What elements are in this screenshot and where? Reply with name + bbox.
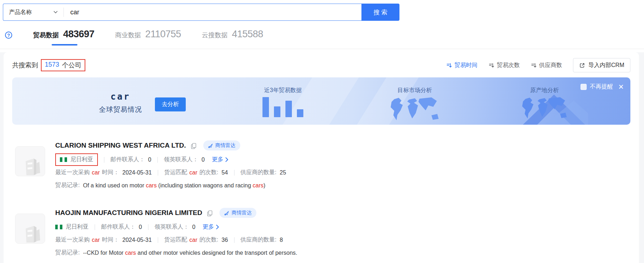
sorter-trade-time[interactable]: 贸易时间: [446, 62, 478, 69]
tab-count: 483697: [63, 29, 94, 40]
email-contacts-value: 0: [148, 157, 151, 163]
banner-section-origin: 原产地分析: [511, 87, 578, 124]
chevron-right-icon: [225, 157, 228, 162]
category-selector[interactable]: 产品名称: [3, 4, 63, 20]
mini-bar: [274, 106, 280, 117]
chevron-right-icon: [216, 225, 219, 229]
search-button[interactable]: 搜 索: [361, 4, 399, 21]
banner-keyword: car: [96, 92, 145, 102]
freight-count-value: 54: [222, 169, 228, 176]
sorter-supplier-count[interactable]: 供应商数: [531, 62, 562, 69]
company-stats-row: 最近一次采购 car 时间： 2024-05-31 货运匹配 car 的次数: …: [55, 236, 630, 244]
building-placeholder-icon: [19, 154, 41, 176]
analysis-banner: car 全球贸易情况 去分析 近3年贸易数据 目标市场分析: [12, 77, 630, 125]
sorters: 贸易时间 贸易次数 供应商数: [446, 62, 562, 69]
purchase-date-value: 2024-05-31: [122, 169, 152, 176]
sort-desc-icon: [531, 62, 537, 68]
search-input-group: 产品名称: [3, 4, 361, 21]
dismiss-label: 不再提醒: [590, 83, 613, 91]
linkedin-contacts-label: 领英联系人：: [164, 156, 198, 163]
trade-record-text: Of a kind used on motor cars (including …: [83, 182, 265, 189]
freight-label: 货运匹配: [164, 236, 187, 244]
sorter-label: 贸易次数: [497, 62, 520, 69]
chevron-down-icon: [53, 11, 58, 14]
annotation-highlight-count: 1573 个公司: [41, 59, 85, 71]
help-icon[interactable]: ?: [5, 32, 12, 39]
keyword-red: car: [92, 237, 100, 243]
radar-icon: [208, 143, 213, 148]
business-radar-badge[interactable]: 商情雷达: [219, 208, 256, 218]
results-count-number[interactable]: 1573: [45, 61, 59, 70]
sorter-label: 贸易时间: [455, 62, 478, 69]
email-contacts-label: 邮件联系人：: [110, 156, 145, 163]
results-count-prefix: 共搜索到: [12, 61, 38, 70]
header-divider: [0, 49, 644, 49]
purchase-date-value: 2024-05-31: [122, 237, 152, 243]
banner-keyword-group: car 全球贸易情况: [96, 92, 145, 114]
trade-record-label: 贸易记录:: [55, 249, 80, 257]
purchase-label: 最近一次采购: [55, 236, 90, 244]
company-meta-row: 尼日利亚 邮件联系人： 0 领英联系人： 0 更多: [55, 156, 630, 163]
dismiss-checkbox[interactable]: [581, 84, 587, 90]
banner-section-trade: 近3年贸易数据: [247, 87, 319, 117]
copy-icon[interactable]: [190, 143, 197, 149]
purchase-label-suffix: 时间：: [102, 169, 119, 176]
more-label: 更多: [212, 156, 223, 163]
export-icon: [579, 62, 585, 68]
freight-label-suffix: 的次数:: [199, 169, 218, 176]
company-country: 尼日利亚: [66, 223, 89, 231]
freight-label-suffix: 的次数:: [199, 236, 218, 244]
sort-desc-icon: [488, 62, 494, 68]
more-link[interactable]: 更多: [212, 156, 228, 163]
company-thumbnail[interactable]: [15, 146, 45, 176]
company-thumbnail[interactable]: [15, 214, 45, 244]
tab-trade-data[interactable]: 贸易数据 483697: [33, 29, 94, 46]
import-crm-button[interactable]: 导入内部CRM: [573, 58, 630, 72]
company-name[interactable]: CLARION SHIPPING WEST AFRICA LTD.: [55, 142, 186, 149]
search-bar: 产品名称 搜 索: [0, 0, 644, 21]
nigeria-flag-icon: [55, 225, 62, 229]
mini-bar-chart: [247, 96, 319, 117]
trade-record-label: 贸易记录:: [55, 182, 80, 189]
radar-icon: [224, 210, 229, 216]
analyze-button[interactable]: 去分析: [155, 97, 186, 111]
sort-desc-icon: [446, 62, 452, 68]
company-name[interactable]: HAOJIN MANUFACTURING NIGERIA LIMITED: [55, 209, 202, 217]
tab-count: 2110755: [145, 29, 181, 40]
tab-business-data[interactable]: 商业数据 2110755: [115, 29, 181, 40]
badge-label: 商情雷达: [232, 210, 252, 216]
trade-record-text: --CKD for Motor cars and other motor veh…: [83, 250, 297, 256]
company-country: 尼日利亚: [70, 156, 93, 163]
copy-icon[interactable]: [207, 210, 213, 217]
tab-cloud-search-data[interactable]: 云搜数据 415588: [202, 29, 263, 40]
supplier-count-value: 25: [280, 169, 286, 176]
world-map-icon: [388, 96, 442, 124]
close-icon[interactable]: ✕: [618, 83, 624, 90]
purchase-label-suffix: 时间：: [102, 236, 119, 244]
tab-count: 415588: [232, 29, 263, 40]
sorter-label: 供应商数: [539, 62, 562, 69]
results-header: 共搜索到 1573 个公司 贸易时间 贸易次数 供应商数: [12, 52, 630, 72]
banner-section-market: 目标市场分析: [382, 87, 448, 125]
tab-label: 云搜数据: [202, 31, 228, 39]
badge-label: 商情雷达: [216, 142, 236, 149]
trade-record-row: 贸易记录: --CKD for Motor cars and other mot…: [55, 249, 630, 257]
trade-record-row: 贸易记录: Of a kind used on motor cars (incl…: [55, 182, 630, 189]
content-area: 共搜索到 1573 个公司 贸易时间 贸易次数 供应商数: [0, 52, 644, 263]
search-input[interactable]: [64, 9, 361, 16]
sorter-trade-count[interactable]: 贸易次数: [488, 62, 520, 69]
company-card: CLARION SHIPPING WEST AFRICA LTD. 商情雷达 尼…: [12, 140, 630, 189]
banner-section-market-label: 目标市场分析: [382, 87, 448, 94]
email-contacts-label: 邮件联系人：: [101, 223, 136, 231]
business-radar-badge[interactable]: 商情雷达: [203, 140, 240, 150]
company-meta-row: 尼日利亚 邮件联系人： 0 领英联系人： 0 更多: [55, 223, 630, 231]
banner-section-trade-label: 近3年贸易数据: [247, 87, 319, 94]
more-link[interactable]: 更多: [203, 223, 219, 231]
tab-label: 商业数据: [115, 31, 141, 39]
keyword-red: car: [92, 169, 100, 176]
mini-bar: [285, 101, 292, 117]
supplier-label: 供应商的数量:: [241, 236, 276, 244]
import-crm-label: 导入内部CRM: [588, 62, 624, 69]
building-placeholder-icon: [19, 221, 41, 243]
results-actions: 贸易时间 贸易次数 供应商数 导入内部CRM: [446, 58, 630, 72]
